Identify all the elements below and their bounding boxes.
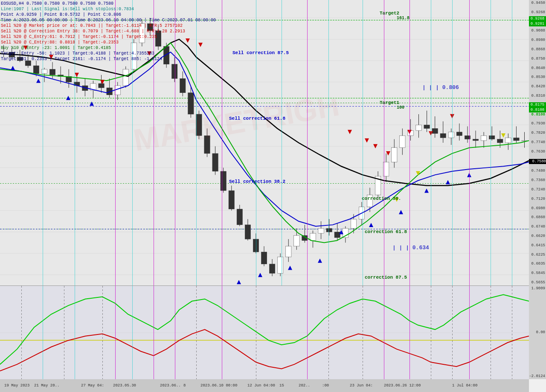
price-7: 0.8640 (529, 66, 546, 70)
ind-vline-1 (115, 286, 116, 379)
price-29: 0.5655 (529, 280, 546, 285)
price-0: 0.9450 (529, 1, 546, 5)
price-highlight-9268: 0.9268 (529, 16, 546, 21)
cyan-line-7 (328, 0, 329, 285)
price-highlight-8175: 0.8175 (529, 102, 546, 107)
ind-vline-3 (175, 286, 175, 379)
ind-dashed-2 (64, 286, 64, 379)
time-label-5: 8 (183, 383, 186, 388)
price-15: 0.7740 (529, 140, 546, 144)
price-20: 0.7120 (529, 197, 546, 201)
header-line-9: Buy %10 @ Entry -23: 1.0091 | Target:0.4… (1, 45, 216, 51)
price-highlight-8108: 0.8108 (529, 107, 546, 112)
price-current: 0.7580 (529, 159, 546, 164)
ind-cyan-3 (132, 286, 133, 379)
indicator-chart-canvas (0, 286, 529, 379)
price-9: 0.8420 (529, 84, 546, 89)
time-label-13: 1 Jul 04:00 (452, 383, 477, 388)
header-line-2: Line:1907 | Last Signal is:Sell with sto… (1, 6, 216, 12)
price-18: 0.7360 (529, 178, 546, 182)
ind-dashed-4 (196, 286, 197, 379)
vertical-line-7 (410, 0, 410, 285)
cyan-line-12 (512, 0, 512, 285)
time-label-12: 2023.06.26 12:00 (384, 383, 421, 388)
ind-price-top: 1.9009 (529, 286, 546, 291)
indicator-chart: Profit-Signal | Modified By FSB3 341-Sig… (0, 285, 529, 379)
price-28: 0.5845 (529, 271, 546, 275)
time-label-2: 27 May 04: (81, 383, 104, 388)
cyan-line-8 (363, 0, 363, 285)
header-line-8: Sell %20 @ C_Entry:88: 0.8818 | Target:-… (1, 40, 216, 45)
cyan-line-11 (491, 0, 491, 285)
vertical-line-6 (384, 0, 384, 285)
header-line-6: Sell %20 @ Correction Entry 38: 0.7079 |… (1, 29, 216, 34)
time-label-11: 23 Jun 04: (350, 383, 373, 388)
price-19: 0.7240 (529, 187, 546, 192)
ind-vline-8 (469, 286, 470, 379)
header-line-4: Time A:2023.06.05 00:00:00 | Time B:2023… (1, 17, 216, 23)
price-14: 0.7820 (529, 131, 546, 135)
price-25: 0.6415 (529, 243, 546, 248)
ind-vline-2 (154, 286, 154, 379)
ind-dashed-7 (363, 286, 363, 379)
time-label-6: 2023.06.10 00:00 (200, 383, 237, 388)
time-label-3: 2023.05.30 (113, 383, 136, 388)
ind-dashed-1 (21, 286, 22, 379)
time-label-4: 2023.06.. (160, 383, 181, 388)
header-line-3: Point A:0.9259 | Point B:0.5732 | Point … (1, 12, 216, 17)
time-axis: 19 May 2023 21 May 20.. 27 May 04: 2023.… (0, 379, 529, 392)
price-24: 0.6620 (529, 234, 546, 238)
header-line-11: Target 161: 0.2353 | Target 2161: -0.117… (1, 56, 216, 62)
ind-dashed-9 (452, 286, 453, 379)
price-12: 0.8108 (529, 112, 546, 117)
time-label-8: 15 (279, 383, 284, 388)
price-axis: 0.9450 0.9268 0.9201 0.9088 0.8980 0.886… (529, 0, 546, 285)
price-27: 0.6035 (529, 262, 546, 266)
price-highlight-9201: 0.9201 (529, 21, 546, 26)
header-info: EOSUSD,H4 0.7580 0.7580 0.7580 0.7580 0.… (1, 1, 216, 62)
ind-cyan-1 (43, 286, 43, 379)
price-22: 0.6860 (529, 215, 546, 219)
price-8: 0.8530 (529, 75, 546, 79)
price-21: 0.6980 (529, 206, 546, 210)
price-13: 0.7930 (529, 121, 546, 126)
price-17: 0.7480 (529, 169, 546, 173)
ind-dashed-5 (256, 286, 256, 379)
ind-dashed-8 (431, 286, 431, 379)
time-label-0: 19 May 2023 (4, 383, 29, 388)
price-23: 0.6740 (529, 225, 546, 229)
cyan-line-5 (256, 0, 256, 285)
cyan-line-9 (431, 0, 431, 285)
ind-price-bottom: -2.0124 (529, 374, 546, 378)
price-6: 0.8750 (529, 57, 546, 61)
header-line-10: Target: Entry -50: 1.1023 | Target:0.418… (1, 51, 216, 56)
ind-price-mid: 0.00 (529, 330, 546, 334)
price-16: 0.7630 (529, 150, 546, 154)
ind-dashed-3 (102, 286, 103, 379)
chart-container: MARKETRIGHT Sell correction 87.5 Sell co… (0, 0, 546, 392)
header-line-5: Sell %20 @ Market price or at: 0.7843 ||… (1, 23, 216, 29)
price-3: 0.9088 (529, 29, 546, 33)
time-label-9: 202.. (299, 383, 310, 388)
price-4: 0.8980 (529, 38, 546, 42)
price-1: 0.9268 (529, 10, 546, 14)
price-26: 0.6225 (529, 253, 546, 257)
time-label-7: 12 Jun 04:00 (247, 383, 275, 388)
cyan-line-10 (452, 0, 453, 285)
vertical-line-4 (222, 0, 222, 285)
header-line-7: Sell %20 @ C_Entry:61: 0.7912 | Target:-… (1, 34, 216, 40)
ind-dashed-6 (328, 286, 329, 379)
header-line-1: EOSUSD,H4 0.7580 0.7580 0.7580 0.7580 0.… (1, 1, 216, 6)
price-5: 0.8868 (529, 47, 546, 52)
ind-dashed-11 (512, 286, 512, 379)
vertical-line-8 (469, 0, 470, 285)
ind-vline-7 (410, 286, 410, 379)
ind-vline-5 (307, 286, 308, 379)
cyan-line-6 (282, 0, 282, 285)
ind-dashed-10 (491, 286, 491, 379)
time-label-1: 21 May 20.. (34, 383, 59, 388)
time-label-10: :00 (322, 383, 329, 388)
ind-vline-6 (384, 286, 384, 379)
vertical-line-5 (307, 0, 308, 285)
main-chart: MARKETRIGHT Sell correction 87.5 Sell co… (0, 0, 529, 285)
